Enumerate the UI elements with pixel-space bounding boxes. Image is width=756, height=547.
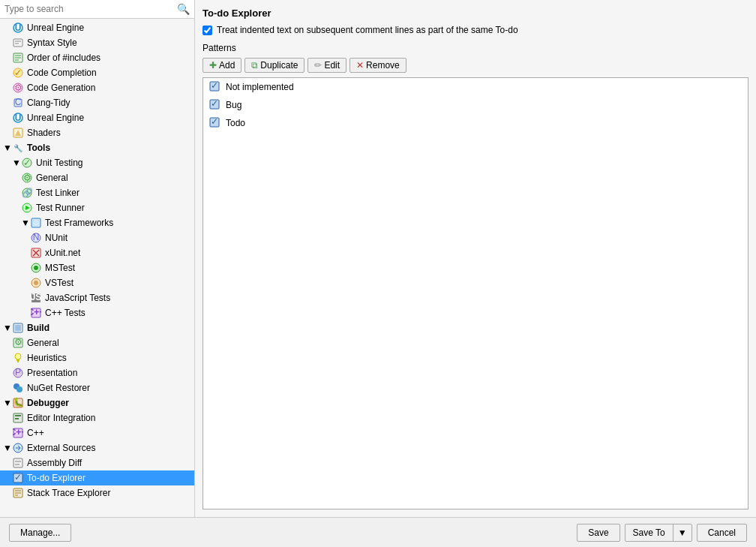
save-button[interactable]: Save xyxy=(577,524,620,542)
tree-container: U Unreal Engine Syntax Style Order of #i… xyxy=(0,19,194,517)
panel-title: To-do Explorer xyxy=(202,8,748,19)
tree-item-label: xUnit.net xyxy=(45,248,80,258)
tree-item-label: Clang-Tidy xyxy=(27,98,70,108)
pattern-item-todo[interactable]: ✓ Todo xyxy=(203,114,748,132)
svg-rect-47 xyxy=(17,361,19,362)
tree-item-label: General xyxy=(36,173,68,183)
cpp-tests-icon: C++ xyxy=(30,307,42,319)
edit-label: Edit xyxy=(324,60,340,71)
order-includes-icon xyxy=(12,52,24,64)
clang-tidy-icon: C xyxy=(12,97,24,109)
code-generation-icon: ⚙ xyxy=(12,82,24,94)
svg-text:C++: C++ xyxy=(31,308,41,317)
svg-text:C: C xyxy=(15,98,22,107)
right-panel: To-do Explorer Treat indented text on su… xyxy=(195,0,756,517)
svg-text:✓: ✓ xyxy=(23,158,31,168)
tree-item-shaders[interactable]: Shaders xyxy=(0,125,194,140)
assembly-diff-icon xyxy=(12,457,24,469)
unreal-engine-2-icon: U xyxy=(12,112,24,124)
svg-point-51 xyxy=(16,386,22,392)
checkbox-label: Treat indented text on subsequent commen… xyxy=(217,25,518,35)
svg-point-36 xyxy=(34,281,38,285)
remove-button[interactable]: ✕ Remove xyxy=(350,58,406,73)
add-icon: ✚ xyxy=(209,60,217,71)
test-frameworks-icon xyxy=(30,217,42,229)
svg-text:✓: ✓ xyxy=(211,81,218,91)
tree-item-label: Code Generation xyxy=(27,83,95,93)
heuristics-icon xyxy=(12,352,24,364)
unreal-engine-icon: U xyxy=(12,22,24,34)
pattern-item-not-implemented[interactable]: ✓ Not implemented xyxy=(203,78,748,96)
patterns-toolbar: ✚ Add ⧉ Duplicate ✏ Edit ✕ Remove xyxy=(202,58,748,73)
duplicate-button[interactable]: ⧉ Duplicate xyxy=(244,58,304,73)
tree-item-js-tests[interactable]: JS JavaScript Tests xyxy=(0,290,194,305)
search-bar: 🔍 xyxy=(0,0,194,19)
test-linker-icon: 🔗 xyxy=(21,187,33,199)
tree-item-general-build[interactable]: ⚙ General xyxy=(0,335,194,350)
tree-item-general-ut[interactable]: ⚙ General xyxy=(0,170,194,185)
pattern-item-bug[interactable]: ✓ Bug xyxy=(203,96,748,114)
external-sources-icon xyxy=(12,442,24,454)
tree-item-unreal-engine-top[interactable]: U Unreal Engine xyxy=(0,20,194,35)
tree-item-syntax-style[interactable]: Syntax Style xyxy=(0,35,194,50)
tree-item-presentation[interactable]: P Presentation xyxy=(0,365,194,380)
tools-icon: 🔧 xyxy=(12,142,24,154)
tree-item-external-sources[interactable]: ▼ External Sources xyxy=(0,440,194,455)
tree-item-build[interactable]: ▼ Build xyxy=(0,320,194,335)
tree-item-assembly-diff[interactable]: Assembly Diff xyxy=(0,455,194,470)
cpp-debugger-icon: C++ xyxy=(12,427,24,439)
tree-item-nunit[interactable]: N NUnit xyxy=(0,230,194,245)
unit-testing-icon: ✓ xyxy=(21,157,33,169)
tree-item-unreal-engine-bottom[interactable]: U Unreal Engine xyxy=(0,110,194,125)
tree-item-label: To-do Explorer xyxy=(27,473,86,483)
presentation-icon: P xyxy=(12,367,24,379)
xunit-icon xyxy=(30,247,42,259)
tree-item-code-completion[interactable]: ✓ Code Completion xyxy=(0,65,194,80)
edit-button[interactable]: ✏ Edit xyxy=(308,58,346,73)
tree-item-unit-testing[interactable]: ▼ ✓ Unit Testing xyxy=(0,155,194,170)
external-sources-arrow: ▼ xyxy=(3,443,12,453)
tree-item-debugger[interactable]: ▼ 🐛 Debugger xyxy=(0,395,194,410)
tree-item-test-runner[interactable]: Test Runner xyxy=(0,200,194,215)
search-input[interactable] xyxy=(4,4,177,14)
svg-rect-60 xyxy=(14,458,22,467)
save-to-dropdown-arrow[interactable]: ▼ xyxy=(674,524,692,541)
tree-item-nuget-restorer[interactable]: NuGet Restorer xyxy=(0,380,194,395)
general-ut-icon: ⚙ xyxy=(21,172,33,184)
mstest-icon xyxy=(30,262,42,274)
tree-item-code-generation[interactable]: ⚙ Code Generation xyxy=(0,80,194,95)
js-tests-icon: JS xyxy=(30,292,42,304)
test-frameworks-arrow: ▼ xyxy=(21,218,30,228)
manage-button[interactable]: Manage... xyxy=(9,524,71,542)
add-button[interactable]: ✚ Add xyxy=(202,58,242,73)
svg-rect-56 xyxy=(15,418,19,419)
tree-item-test-linker[interactable]: 🔗 Test Linker xyxy=(0,185,194,200)
tree-item-todo-explorer[interactable]: ✓ To-do Explorer xyxy=(0,470,194,485)
tree-item-vstest[interactable]: VSTest xyxy=(0,275,194,290)
tree-item-editor-integration[interactable]: Editor Integration xyxy=(0,410,194,425)
svg-point-45 xyxy=(15,353,21,359)
tree-item-cpp-tests[interactable]: C++ C++ Tests xyxy=(0,305,194,320)
edit-icon: ✏ xyxy=(314,60,322,71)
tree-item-label: Test Linker xyxy=(36,188,80,198)
tree-item-cpp-debugger[interactable]: C++ C++ xyxy=(0,425,194,440)
tree-item-stack-trace-explorer[interactable]: Stack Trace Explorer xyxy=(0,485,194,500)
svg-text:🔗: 🔗 xyxy=(22,188,32,198)
tree-item-xunit[interactable]: xUnit.net xyxy=(0,245,194,260)
tree-item-mstest[interactable]: MSTest xyxy=(0,260,194,275)
tree-item-clang-tidy[interactable]: C Clang-Tidy xyxy=(0,95,194,110)
cancel-button[interactable]: Cancel xyxy=(697,524,747,542)
tree-item-label: Code Completion xyxy=(27,68,97,78)
treat-indented-checkbox[interactable] xyxy=(202,26,212,35)
tree-item-heuristics[interactable]: Heuristics xyxy=(0,350,194,365)
tree-item-tools[interactable]: ▼ 🔧 Tools xyxy=(0,140,194,155)
tree-item-label: Build xyxy=(27,323,50,333)
pattern-bug-icon: ✓ xyxy=(209,99,221,111)
unit-testing-arrow: ▼ xyxy=(12,158,21,168)
tree-item-test-frameworks[interactable]: ▼ Test Frameworks xyxy=(0,215,194,230)
save-to-button[interactable]: Save To xyxy=(626,524,674,541)
save-to-split-button[interactable]: Save To ▼ xyxy=(625,524,692,542)
tree-item-label: General xyxy=(27,338,59,348)
tree-item-order-includes[interactable]: Order of #includes xyxy=(0,50,194,65)
svg-text:P: P xyxy=(15,368,21,377)
